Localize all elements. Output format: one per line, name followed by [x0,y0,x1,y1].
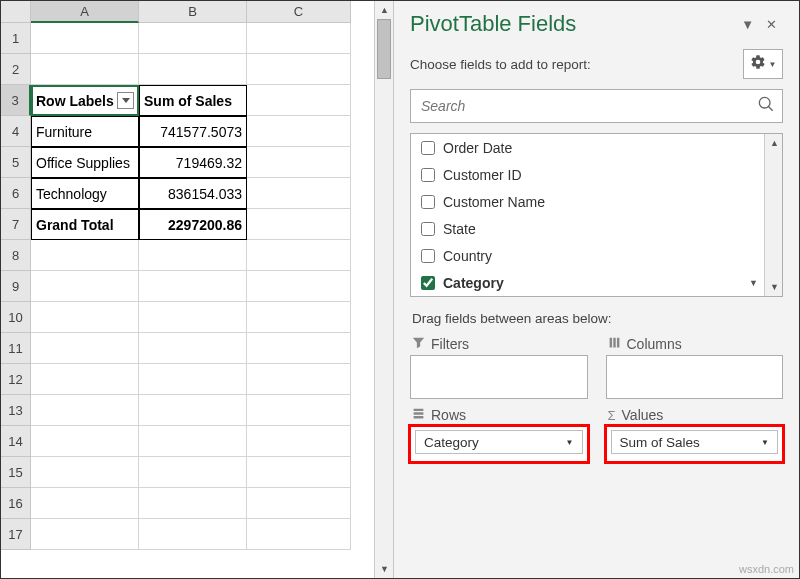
cell-C9[interactable] [247,271,351,302]
row-header-4[interactable]: 4 [1,116,31,147]
pane-menu-icon[interactable]: ▼ [735,13,760,36]
rows-area-item[interactable]: Category ▼ [415,430,583,454]
cell-B6[interactable]: 836154.033 [139,178,247,209]
cell-A16[interactable] [31,488,139,519]
cell-A6[interactable]: Technology [31,178,139,209]
cell-B11[interactable] [139,333,247,364]
col-header-A[interactable]: A [31,1,139,23]
cell-A9[interactable] [31,271,139,302]
row-header-8[interactable]: 8 [1,240,31,271]
cell-C3[interactable] [247,85,351,116]
rows-drop-area[interactable]: Category ▼ [410,426,588,462]
row-header-3[interactable]: 3 [1,85,31,116]
cell-A3[interactable]: Row Labels [31,85,139,116]
cell-C11[interactable] [247,333,351,364]
cell-C7[interactable] [247,209,351,240]
search-text[interactable] [419,97,758,115]
row-header-12[interactable]: 12 [1,364,31,395]
col-header-C[interactable]: C [247,1,351,23]
row-header-9[interactable]: 9 [1,271,31,302]
pane-options-button[interactable]: ▼ [743,49,783,79]
cell-C16[interactable] [247,488,351,519]
field-item-state[interactable]: State [411,215,764,242]
values-area-item[interactable]: Sum of Sales ▼ [611,430,779,454]
cell-B4[interactable]: 741577.5073 [139,116,247,147]
cell-A2[interactable] [31,54,139,85]
sheet-scrollbar[interactable]: ▲ ▼ [374,1,393,578]
cell-B5[interactable]: 719469.32 [139,147,247,178]
field-checkbox[interactable] [421,168,435,182]
cell-B10[interactable] [139,302,247,333]
field-checkbox[interactable] [421,249,435,263]
cell-C1[interactable] [247,23,351,54]
cell-A14[interactable] [31,426,139,457]
row-header-15[interactable]: 15 [1,457,31,488]
cell-C6[interactable] [247,178,351,209]
row-header-7[interactable]: 7 [1,209,31,240]
cell-A10[interactable] [31,302,139,333]
cell-C5[interactable] [247,147,351,178]
field-checkbox[interactable] [421,195,435,209]
select-all-corner[interactable] [1,1,31,23]
columns-drop-area[interactable] [606,355,784,399]
scroll-up-icon[interactable]: ▲ [765,134,784,152]
row-header-14[interactable]: 14 [1,426,31,457]
field-item-customer-id[interactable]: Customer ID [411,161,764,188]
cell-B17[interactable] [139,519,247,550]
cell-C14[interactable] [247,426,351,457]
cell-A12[interactable] [31,364,139,395]
cell-B15[interactable] [139,457,247,488]
cell-B7[interactable]: 2297200.86 [139,209,247,240]
scroll-down-icon[interactable]: ▼ [765,278,784,296]
row-header-10[interactable]: 10 [1,302,31,333]
field-list-scrollbar[interactable]: ▲ ▼ [764,134,782,296]
scroll-down-icon[interactable]: ▼ [375,560,394,578]
cell-A1[interactable] [31,23,139,54]
cell-A8[interactable] [31,240,139,271]
cell-A5[interactable]: Office Supplies [31,147,139,178]
cell-C15[interactable] [247,457,351,488]
cell-B1[interactable] [139,23,247,54]
cell-A4[interactable]: Furniture [31,116,139,147]
filter-dropdown-button[interactable] [117,92,134,109]
cell-B12[interactable] [139,364,247,395]
chevron-down-icon[interactable]: ▼ [566,438,574,447]
cell-C2[interactable] [247,54,351,85]
search-input[interactable] [410,89,783,123]
cell-C13[interactable] [247,395,351,426]
filters-drop-area[interactable] [410,355,588,399]
chevron-down-icon[interactable]: ▼ [749,278,758,288]
chevron-down-icon[interactable]: ▼ [761,438,769,447]
scroll-thumb[interactable] [377,19,391,79]
cell-B16[interactable] [139,488,247,519]
cell-A17[interactable] [31,519,139,550]
row-header-2[interactable]: 2 [1,54,31,85]
cell-B14[interactable] [139,426,247,457]
field-item-country[interactable]: Country [411,242,764,269]
cell-B2[interactable] [139,54,247,85]
cell-B13[interactable] [139,395,247,426]
row-header-13[interactable]: 13 [1,395,31,426]
row-header-6[interactable]: 6 [1,178,31,209]
cell-B3[interactable]: Sum of Sales [139,85,247,116]
scroll-up-icon[interactable]: ▲ [375,1,394,19]
cell-C4[interactable] [247,116,351,147]
cell-B9[interactable] [139,271,247,302]
row-header-17[interactable]: 17 [1,519,31,550]
cell-C8[interactable] [247,240,351,271]
row-header-5[interactable]: 5 [1,147,31,178]
values-drop-area[interactable]: Sum of Sales ▼ [606,426,784,462]
field-checkbox[interactable] [421,276,435,290]
cell-A11[interactable] [31,333,139,364]
field-item-category[interactable]: Category▼ [411,269,764,296]
field-item-customer-name[interactable]: Customer Name [411,188,764,215]
cell-C12[interactable] [247,364,351,395]
cell-A15[interactable] [31,457,139,488]
field-checkbox[interactable] [421,141,435,155]
close-icon[interactable]: ✕ [760,13,783,36]
field-item-order-date[interactable]: Order Date [411,134,764,161]
row-header-11[interactable]: 11 [1,333,31,364]
cell-C17[interactable] [247,519,351,550]
row-header-1[interactable]: 1 [1,23,31,54]
cell-A13[interactable] [31,395,139,426]
